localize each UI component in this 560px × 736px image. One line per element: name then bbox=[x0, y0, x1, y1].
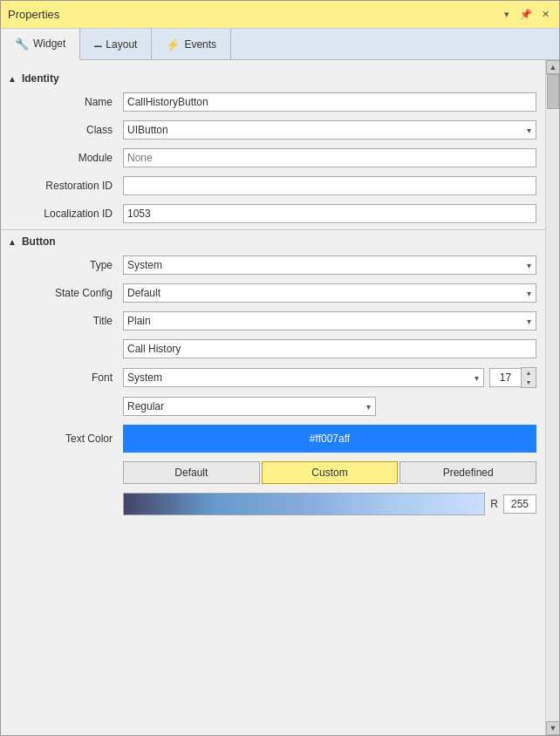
scroll-thumb[interactable] bbox=[547, 74, 559, 109]
module-input[interactable] bbox=[123, 148, 536, 167]
properties-title: Properties bbox=[8, 8, 59, 21]
tab-bar: Widget Layout Events bbox=[1, 29, 559, 60]
type-control: System bbox=[123, 256, 536, 275]
default-color-button[interactable]: Default bbox=[123, 461, 260, 484]
title-select[interactable]: Plain bbox=[123, 311, 536, 331]
localization-id-input[interactable] bbox=[123, 204, 536, 223]
style-control: Regular bbox=[123, 397, 376, 416]
gradient-controls: R bbox=[123, 493, 536, 515]
scroll-down-button[interactable]: ▼ bbox=[546, 721, 559, 735]
title-text-input[interactable] bbox=[123, 339, 536, 358]
text-color-label: Text Color bbox=[10, 433, 123, 445]
predefined-color-button[interactable]: Predefined bbox=[400, 461, 536, 484]
content-area: ▲ Identity Name Class UIButton bbox=[1, 60, 559, 735]
button-section-header[interactable]: ▲ Button bbox=[1, 232, 545, 251]
tab-layout[interactable]: Layout bbox=[80, 29, 152, 59]
module-label: Module bbox=[10, 152, 123, 164]
style-row: Regular bbox=[1, 392, 545, 420]
color-swatch[interactable]: #ff007aff bbox=[123, 425, 536, 453]
title-row: Title Plain bbox=[1, 307, 545, 335]
font-select-wrapper: System bbox=[123, 368, 484, 387]
title-text-control bbox=[123, 339, 536, 358]
state-config-control: Default bbox=[123, 283, 536, 303]
title-control: Plain bbox=[123, 311, 536, 331]
class-control: UIButton bbox=[123, 120, 536, 140]
restoration-id-row: Restoration ID bbox=[1, 172, 545, 200]
font-size-input[interactable] bbox=[489, 368, 521, 387]
name-row: Name bbox=[1, 88, 545, 116]
gradient-row: R bbox=[1, 488, 545, 520]
text-color-row: Text Color #ff007aff bbox=[1, 420, 545, 457]
divider-1 bbox=[1, 229, 545, 230]
name-input[interactable] bbox=[123, 92, 536, 112]
pin-button[interactable]: 📌 bbox=[519, 8, 533, 22]
title-text-row bbox=[1, 335, 545, 363]
title-bar-left: Properties bbox=[8, 8, 59, 21]
type-select[interactable]: System bbox=[123, 256, 536, 275]
title-label: Title bbox=[10, 315, 123, 327]
name-control bbox=[123, 92, 536, 112]
main-content: ▲ Identity Name Class UIButton bbox=[1, 60, 545, 735]
gradient-bar[interactable] bbox=[123, 493, 485, 515]
type-label: Type bbox=[10, 259, 123, 271]
state-config-select[interactable]: Default bbox=[123, 283, 536, 303]
class-label: Class bbox=[10, 124, 123, 136]
scrollbar[interactable]: ▲ ▼ bbox=[545, 60, 559, 735]
layout-icon bbox=[94, 37, 101, 51]
custom-color-button[interactable]: Custom bbox=[262, 461, 399, 484]
tab-widget[interactable]: Widget bbox=[1, 29, 80, 60]
identity-section-label: Identity bbox=[22, 72, 59, 85]
localization-id-label: Localization ID bbox=[10, 208, 123, 220]
class-select[interactable]: UIButton bbox=[123, 120, 536, 140]
events-icon bbox=[166, 37, 180, 51]
font-controls: System ▲ ▼ bbox=[123, 367, 536, 388]
localization-id-row: Localization ID bbox=[1, 200, 545, 228]
title-bar-controls: ▾ 📌 ✕ bbox=[500, 8, 552, 22]
font-label: Font bbox=[10, 371, 123, 384]
tab-widget-label: Widget bbox=[33, 37, 65, 50]
identity-collapse-icon: ▲ bbox=[8, 74, 17, 84]
restoration-id-label: Restoration ID bbox=[10, 180, 123, 192]
scroll-track[interactable] bbox=[546, 74, 559, 721]
restoration-id-control bbox=[123, 176, 536, 195]
color-hex-value: #ff007aff bbox=[310, 433, 350, 445]
class-row: Class UIButton bbox=[1, 116, 545, 144]
restoration-id-input[interactable] bbox=[123, 176, 536, 195]
color-buttons-group: Default Custom Predefined bbox=[123, 461, 536, 484]
font-size-stepper: ▲ ▼ bbox=[521, 367, 536, 388]
localization-id-control bbox=[123, 204, 536, 223]
close-button[interactable]: ✕ bbox=[538, 8, 552, 22]
state-config-row: State Config Default bbox=[1, 279, 545, 307]
module-row: Module bbox=[1, 144, 545, 172]
scroll-up-button[interactable]: ▲ bbox=[546, 60, 559, 74]
state-config-label: State Config bbox=[10, 287, 123, 299]
font-size-down-button[interactable]: ▼ bbox=[522, 378, 536, 387]
wrench-icon bbox=[15, 37, 29, 51]
font-row: Font System ▲ ▼ bbox=[1, 363, 545, 392]
font-size-group: ▲ ▼ bbox=[489, 367, 536, 388]
tab-events[interactable]: Events bbox=[152, 29, 231, 59]
dropdown-button[interactable]: ▾ bbox=[500, 8, 514, 22]
type-row: Type System bbox=[1, 251, 545, 279]
title-bar: Properties ▾ 📌 ✕ bbox=[1, 1, 559, 29]
tab-layout-label: Layout bbox=[106, 38, 137, 51]
color-buttons-row: Default Custom Predefined bbox=[1, 457, 545, 488]
r-value-input[interactable] bbox=[503, 494, 536, 514]
button-section-label: Button bbox=[22, 235, 56, 248]
tab-events-label: Events bbox=[184, 38, 216, 51]
style-select[interactable]: Regular bbox=[123, 397, 376, 416]
font-select[interactable]: System bbox=[123, 368, 484, 387]
module-control bbox=[123, 148, 536, 167]
properties-window: Properties ▾ 📌 ✕ Widget Layout Events ▲ … bbox=[0, 0, 560, 736]
font-size-up-button[interactable]: ▲ bbox=[522, 368, 536, 378]
name-label: Name bbox=[10, 96, 123, 108]
identity-section-header[interactable]: ▲ Identity bbox=[1, 69, 545, 88]
r-label: R bbox=[490, 498, 498, 510]
button-collapse-icon: ▲ bbox=[8, 237, 17, 247]
